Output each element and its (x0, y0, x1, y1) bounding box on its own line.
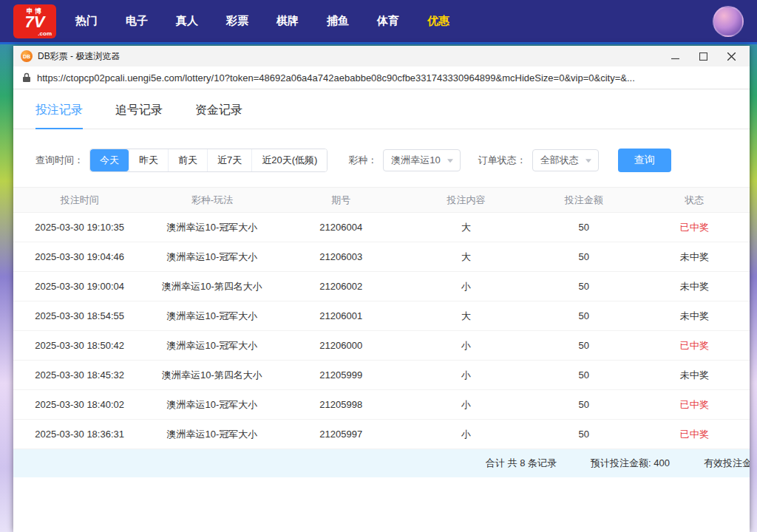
table-body: 2025-03-30 19:10:35 澳洲幸运10-冠军大小 21206004… (13, 213, 750, 449)
window-title: DB彩票 - 极速浏览器 (38, 50, 120, 63)
cell-game: 澳洲幸运10-冠军大小 (146, 420, 278, 449)
browser-title-bar[interactable]: DB DB彩票 - 极速浏览器 (13, 46, 750, 66)
cell-bet-time: 2025-03-30 19:04:46 (13, 242, 146, 272)
logo-text-main: 7V (13, 13, 56, 32)
summary-valid-amount: 有效投注金额 (704, 457, 750, 470)
cell-issue: 21206004 (279, 213, 404, 242)
table-row: 2025-03-30 19:10:35 澳洲幸运10-冠军大小 21206004… (13, 213, 750, 242)
table-header-row: 投注时间 彩种-玩法 期号 投注内容 投注金额 状态 (13, 188, 750, 213)
cell-issue: 21206003 (279, 242, 404, 272)
summary-expected-amount: 预计投注金额: 400 (591, 457, 670, 470)
lottery-filter-label: 彩种： (348, 154, 377, 167)
maximize-button[interactable] (689, 46, 717, 66)
tab[interactable]: 投注记录 (35, 92, 83, 129)
cell-content: 小 (404, 331, 529, 361)
cell-content: 大 (404, 242, 529, 272)
lock-icon (22, 72, 31, 83)
cell-content: 小 (404, 390, 529, 420)
table-row: 2025-03-30 18:36:31 澳洲幸运10-冠军大小 21205997… (13, 420, 750, 449)
user-avatar[interactable] (713, 6, 744, 37)
cell-content: 大 (404, 213, 529, 242)
browser-url-bar[interactable]: https://ctopcp02pcali.uengi5e.com/lotter… (13, 66, 750, 89)
cell-status: 未中奖 (639, 361, 750, 390)
url-text: https://ctopcp02pcali.uengi5e.com/lotter… (37, 72, 635, 83)
column-header-bet-time: 投注时间 (13, 188, 146, 213)
time-filter-option[interactable]: 近20天(低频) (251, 149, 327, 171)
cell-issue: 21205999 (279, 361, 404, 390)
table-row: 2025-03-30 18:40:02 澳洲幸运10-冠军大小 21205998… (13, 390, 750, 420)
lottery-select-value: 澳洲幸运10 (391, 154, 440, 166)
cell-amount: 50 (529, 361, 639, 390)
cell-bet-time: 2025-03-30 19:00:04 (13, 272, 146, 301)
column-header-status: 状态 (639, 188, 750, 213)
nav-item[interactable]: 热门 (75, 14, 98, 28)
column-header-amount: 投注金额 (529, 188, 639, 213)
nav-item[interactable]: 彩票 (226, 14, 248, 28)
cell-game: 澳洲幸运10-冠军大小 (146, 390, 278, 420)
cell-bet-time: 2025-03-30 18:36:31 (13, 420, 146, 449)
order-status-select[interactable]: 全部状态 (532, 149, 599, 171)
cell-bet-time: 2025-03-30 18:50:42 (13, 331, 146, 361)
chevron-down-icon (585, 159, 591, 163)
cell-game: 澳洲幸运10-第四名大小 (146, 272, 278, 301)
cell-status: 已中奖 (639, 213, 750, 242)
table-row: 2025-03-30 19:00:04 澳洲幸运10-第四名大小 2120600… (13, 272, 750, 301)
bet-record-table: 投注时间 彩种-玩法 期号 投注内容 投注金额 状态 2025-03-30 19… (13, 187, 750, 449)
cell-status: 已中奖 (639, 420, 750, 449)
table-row: 2025-03-30 18:54:55 澳洲幸运10-冠军大小 21206001… (13, 301, 750, 331)
lottery-select[interactable]: 澳洲幸运10 (383, 149, 460, 171)
cell-bet-time: 2025-03-30 19:10:35 (13, 213, 146, 242)
close-button[interactable] (717, 46, 745, 66)
lottery-record-page: 投注记录追号记录资金记录 查询时间： 今天昨天前天近7天近20天(低频) 彩种：… (13, 89, 750, 532)
cell-issue: 21205997 (279, 420, 404, 449)
site-logo[interactable]: 申博 7V .com (13, 4, 56, 38)
cell-game: 澳洲幸运10-冠军大小 (146, 242, 278, 272)
cell-game: 澳洲幸运10-冠军大小 (146, 301, 278, 331)
column-header-issue: 期号 (279, 188, 404, 213)
minimize-button[interactable] (661, 46, 689, 66)
cell-bet-time: 2025-03-30 18:45:32 (13, 361, 146, 390)
cell-amount: 50 (529, 213, 639, 242)
cell-issue: 21206000 (279, 331, 404, 361)
cell-content: 小 (404, 272, 529, 301)
nav-item[interactable]: 真人 (176, 14, 198, 28)
cell-game: 澳洲幸运10-第四名大小 (146, 361, 278, 390)
tab[interactable]: 资金记录 (195, 92, 242, 129)
time-filter-option[interactable]: 今天 (90, 149, 129, 171)
nav-item[interactable]: 捕鱼 (327, 14, 349, 28)
cell-content: 大 (404, 301, 529, 331)
logo-text-suffix: .com (38, 30, 52, 37)
record-tabs: 投注记录追号记录资金记录 (13, 92, 750, 129)
chevron-down-icon (447, 159, 453, 163)
nav-item[interactable]: 电子 (126, 14, 148, 28)
cell-status: 未中奖 (639, 242, 750, 272)
browser-window: DB DB彩票 - 极速浏览器 https://ctopcp02pcali.ue… (13, 46, 750, 532)
summary-bar: 合计 共 8 条记录 预计投注金额: 400 有效投注金额 (13, 449, 750, 477)
cell-amount: 50 (529, 390, 639, 420)
time-filter-option[interactable]: 昨天 (129, 149, 168, 171)
column-header-content: 投注内容 (404, 188, 529, 213)
nav-item[interactable]: 棋牌 (276, 14, 299, 28)
cell-amount: 50 (529, 301, 639, 331)
cell-issue: 21206001 (279, 301, 404, 331)
cell-issue: 21206002 (279, 272, 404, 301)
nav-item[interactable]: 体育 (377, 14, 399, 28)
site-favicon-icon: DB (21, 50, 33, 62)
cell-status: 未中奖 (639, 272, 750, 301)
site-nav-items: 热门电子真人彩票棋牌捕鱼体育优惠 (75, 14, 449, 28)
cell-issue: 21205998 (279, 390, 404, 420)
cell-game: 澳洲幸运10-冠军大小 (146, 213, 278, 242)
time-filter-label: 查询时间： (35, 154, 84, 167)
filter-bar: 查询时间： 今天昨天前天近7天近20天(低频) 彩种： 澳洲幸运10 订单状态：… (13, 129, 750, 187)
cell-status: 已中奖 (639, 331, 750, 361)
order-status-value: 全部状态 (540, 154, 579, 166)
status-filter-label: 订单状态： (478, 154, 526, 167)
tab[interactable]: 追号记录 (115, 92, 163, 129)
cell-amount: 50 (529, 420, 639, 449)
query-button[interactable]: 查询 (618, 149, 671, 172)
cell-amount: 50 (529, 331, 639, 361)
window-controls (661, 46, 745, 66)
time-filter-option[interactable]: 前天 (168, 149, 207, 171)
time-filter-option[interactable]: 近7天 (207, 149, 251, 171)
nav-item[interactable]: 优惠 (427, 14, 449, 28)
